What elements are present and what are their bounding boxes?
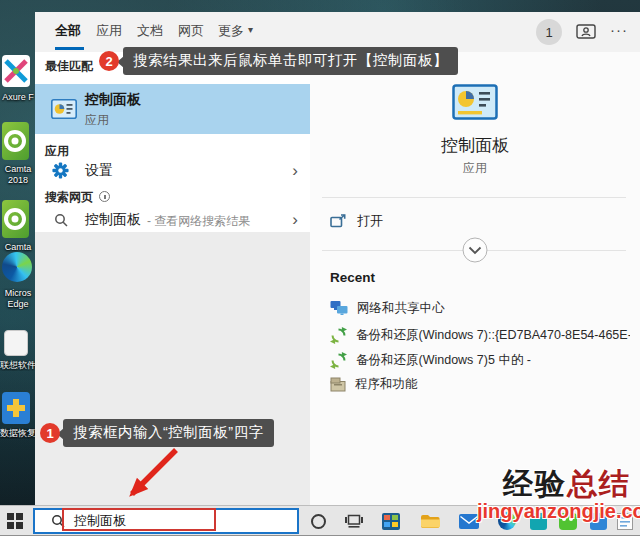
results-pane: 最佳匹配 控制面板 应用 应用 设置 › 搜索网页 — [35, 52, 310, 232]
data-recovery-icon[interactable] — [2, 392, 30, 424]
chevron-right-icon[interactable]: › — [292, 162, 298, 179]
start-icon[interactable] — [7, 513, 23, 529]
desktop-icon-label: Micros Edge — [0, 288, 36, 310]
desktop-icon-label: Camta 2018 — [0, 164, 36, 186]
tab-web[interactable]: 网页 — [178, 22, 204, 40]
search-value-highlight — [62, 508, 216, 531]
camtasia-2021-icon[interactable] — [2, 200, 29, 238]
step-1-marker: 1 — [40, 423, 60, 443]
web-search-result[interactable]: 控制面板 - 查看网络搜索结果 › — [35, 205, 310, 235]
recent-item-label: 备份和还原(Windows 7)::{ED7BA470-8E54-465E-82… — [356, 327, 630, 344]
results-pane-empty — [35, 232, 310, 505]
programs-icon — [330, 377, 346, 392]
detail-subtitle: 应用 — [310, 160, 640, 177]
screen: Axure F Camta 2018 Camta 202 Micros Edge… — [0, 0, 640, 536]
divider — [322, 197, 626, 198]
task-view-icon[interactable] — [344, 511, 364, 531]
tab-apps[interactable]: 应用 — [96, 22, 122, 40]
best-match-result[interactable]: 控制面板 应用 — [35, 84, 310, 134]
expand-chevron-button[interactable] — [462, 237, 488, 267]
control-panel-large-icon — [452, 84, 498, 124]
cortana-icon[interactable] — [308, 511, 328, 531]
recent-item-label: 备份和还原(Windows 7)5 中的 - — [356, 352, 531, 369]
recent-item[interactable]: 程序和功能 — [330, 372, 630, 396]
recent-item[interactable]: 网络和共享中心 — [330, 296, 630, 320]
web-section-label: 搜索网页 — [45, 189, 110, 206]
edge-desktop-icon[interactable] — [2, 252, 32, 282]
web-section-text: 搜索网页 — [45, 190, 93, 204]
best-match-subtitle: 应用 — [85, 112, 109, 129]
tab-more[interactable]: 更多 — [218, 22, 244, 40]
mail-icon[interactable] — [459, 511, 479, 531]
desktop-icon-label: 联想软件 — [0, 360, 36, 371]
watermark-title: 经验总结 — [503, 464, 631, 505]
recent-item[interactable]: 备份和还原(Windows 7)5 中的 - — [330, 348, 630, 372]
tab-all[interactable]: 全部 — [55, 22, 81, 40]
explorer-icon[interactable] — [420, 511, 440, 531]
web-search-query: 控制面板 — [85, 211, 141, 229]
best-match-title: 控制面板 — [85, 91, 141, 109]
open-label: 打开 — [357, 212, 383, 230]
search-icon — [54, 213, 68, 231]
web-search-suffix: - 查看网络搜索结果 — [147, 213, 250, 230]
watermark-title-part1: 经验 — [503, 467, 567, 500]
desktop-icon-label: Axure F — [0, 92, 36, 103]
step-2-marker: 2 — [99, 51, 119, 71]
watermark-url: jingyanzongjie.com — [477, 500, 640, 523]
backup-icon — [330, 327, 347, 344]
open-icon — [330, 214, 346, 228]
settings-gear-icon — [52, 162, 69, 183]
recent-header: Recent — [330, 270, 375, 285]
store-icon[interactable] — [381, 511, 401, 531]
settings-result[interactable]: 设置 › — [35, 156, 310, 186]
recent-item[interactable]: 备份和还原(Windows 7)::{ED7BA470-8E54-465E-82… — [330, 323, 630, 347]
feedback-icon[interactable] — [576, 23, 596, 45]
settings-label: 设置 — [85, 162, 113, 180]
control-panel-icon — [51, 99, 77, 123]
detail-pane: 控制面板 应用 打开 Recent 网络和共享中心 — [310, 52, 640, 505]
recent-item-label: 程序和功能 — [355, 376, 418, 393]
info-circle-icon — [99, 191, 110, 202]
tab-documents[interactable]: 文档 — [137, 22, 163, 40]
recent-item-label: 网络和共享中心 — [357, 300, 445, 317]
more-options-icon[interactable]: ··· — [610, 21, 628, 38]
lenovo-software-icon[interactable] — [4, 330, 28, 356]
open-action[interactable]: 打开 — [330, 210, 620, 232]
camtasia-2018-icon[interactable] — [2, 122, 29, 160]
watermark-title-part2: 总结 — [567, 467, 631, 500]
chevron-right-icon[interactable]: › — [292, 211, 298, 228]
network-icon — [330, 300, 348, 316]
selected-tab-underline — [55, 47, 84, 50]
search-tabs-header: 全部 应用 文档 网页 更多 ▾ 1 ··· — [35, 12, 640, 52]
chevron-down-icon[interactable]: ▾ — [248, 24, 253, 35]
detail-title: 控制面板 — [310, 134, 640, 157]
step-2-callout: 搜索结果出来后鼠标单击即可打开【控制面板】 — [123, 47, 458, 75]
axure-icon[interactable] — [2, 55, 30, 87]
account-badge[interactable]: 1 — [536, 19, 562, 45]
desktop-icon-label: 数据恢复 — [0, 428, 36, 439]
best-match-label: 最佳匹配 — [45, 58, 93, 75]
step-1-callout: 搜索框内输入“控制面板”四字 — [63, 419, 274, 447]
backup-icon — [330, 352, 347, 369]
